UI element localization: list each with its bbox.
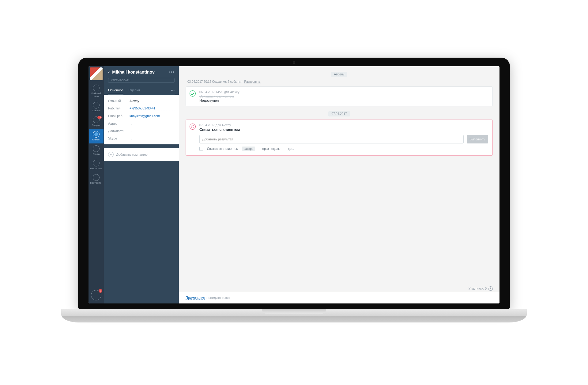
contact-panel: ‹ Mikhail konstantinov ••• +ТЕГИРОВАТЬ О… [104,66,179,303]
desktop-icon [93,85,100,91]
month-pill: Апрель [331,72,348,77]
user-avatar[interactable] [90,67,103,80]
nav-tasks[interactable]: Задачи [89,115,104,129]
contact-fields: Отв-ныйAlexey Раб. тел.+7(953)351-33-41 … [104,95,179,144]
task-result-input[interactable] [199,135,464,143]
add-company-label: Добавить компанию [116,153,148,156]
task-meta: 07.04.2017 для Alexey [199,124,488,127]
field-row: Раб. тел.+7(953)351-33-41 [108,105,175,112]
laptop-mockup: Рабочий стол Сделки Задачи Списки Почта … [78,58,510,327]
nav-rail: Рабочий стол Сделки Задачи Списки Почта … [89,66,104,303]
crm-app: Рабочий стол Сделки Задачи Списки Почта … [89,66,499,303]
nav-label: Рабочий стол [91,92,101,97]
add-company-button[interactable]: + Добавить компанию [104,148,179,161]
nav-analytics[interactable]: Аналитика [89,158,104,172]
note-placeholder: введите текст [209,296,230,300]
contact-name: Mikhail konstantinov [112,70,167,74]
nav-label: Задачи [92,124,100,127]
field-row: Отв-ныйAlexey [108,97,175,105]
reschedule-label: Связаться с клиентом [207,147,238,151]
field-row: Skype... [108,135,175,142]
clock-icon [190,124,196,130]
contact-menu-button[interactable]: ••• [169,70,175,74]
check-circle-icon [190,90,196,97]
task-status: Недоступен [199,99,488,102]
main-area: Апрель 03.04.2017 20:12 Создание: 2 собы… [179,66,499,303]
completed-task-card: 06.04.2017 14:20 для Alexey Связаться с … [186,86,493,106]
nav-label: Почта [93,153,100,155]
nav-label: Аналитика [90,167,102,170]
log-line: 03.04.2017 20:12 Создание: 2 события Раз… [187,80,493,83]
nav-label: Настройки [90,181,102,184]
laptop-base [61,309,527,322]
tab-main[interactable]: Основное [108,86,123,94]
back-button[interactable]: ‹ [108,69,110,75]
nav-desktop[interactable]: Рабочий стол [89,83,104,100]
nav-deals[interactable]: Сделки [89,100,104,114]
field-row: Адрес... [108,120,175,127]
field-row: Email раб.kuhylkov@gmail.com [108,112,175,120]
participants-bar[interactable]: Участники: 0 [469,284,499,292]
nav-label: Сделки [92,109,100,112]
date-pill: 07.04.2017 [328,111,350,116]
reschedule-checkbox[interactable] [199,147,203,151]
nav-lists[interactable]: Списки [89,129,104,143]
laptop-screen: Рабочий стол Сделки Задачи Списки Почта … [78,58,510,309]
mail-icon [93,145,100,152]
task-meta: 06.04.2017 14:20 для Alexey [199,90,488,94]
field-position[interactable]: ... [130,129,175,133]
nav-mail[interactable]: Почта [89,143,104,158]
panel-tabs: Основное Сделки ••• [108,86,175,95]
tab-deals[interactable]: Сделки [128,86,140,94]
opt-week[interactable]: через неделю [259,147,282,151]
opt-date[interactable]: дата [286,147,296,151]
nav-chat[interactable] [91,290,101,300]
nav-settings[interactable]: Настройки [89,172,104,187]
dollar-icon [93,102,100,109]
note-bar[interactable]: Примечание: введите текст [179,292,499,303]
field-responsible[interactable]: Alexey [130,99,175,103]
plus-icon: + [108,152,114,157]
people-icon [93,131,100,138]
field-row: Должность... [108,127,175,135]
field-skype[interactable]: ... [130,136,175,140]
timeline: Апрель 03.04.2017 20:12 Создание: 2 собы… [179,66,499,284]
note-label: Примечание [186,296,205,300]
field-email[interactable]: kuhylkov@gmail.com [130,114,175,118]
log-text: 03.04.2017 20:12 Создание: 2 события [187,80,242,83]
task-title: Связаться с клиентом [199,128,488,132]
field-address[interactable]: ... [130,122,175,125]
active-task-card: 07.04.2017 для Alexey Связаться с клиент… [186,120,493,156]
participants-label: Участники: 0 [469,287,487,290]
gear-icon [93,174,100,181]
field-phone[interactable]: +7(953)351-33-41 [130,106,175,110]
add-tag-button[interactable]: +ТЕГИРОВАТЬ [108,78,175,83]
task-complete-button[interactable]: Выполнить [467,135,488,143]
log-expand[interactable]: Развернуть [244,80,261,83]
task-strike-title: Связаться с клиентом [199,94,488,98]
check-icon [93,116,100,123]
analytics-icon [93,160,100,166]
nav-label: Списки [92,138,100,141]
tabs-more-button[interactable]: ••• [171,86,175,94]
opt-tomorrow[interactable]: завтра [242,147,255,151]
eye-icon [488,286,493,291]
